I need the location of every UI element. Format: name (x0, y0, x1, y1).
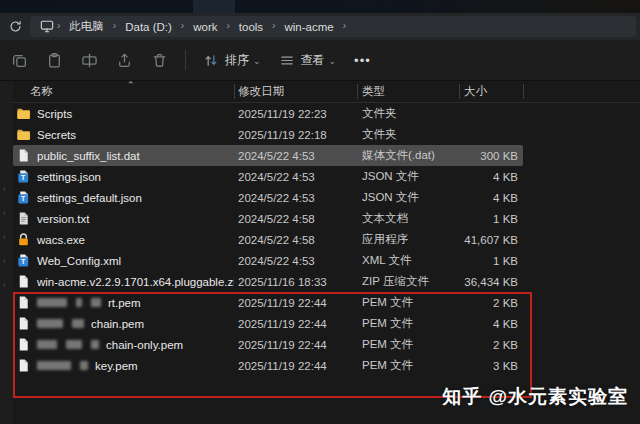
svg-text:T: T (21, 174, 26, 181)
paste-icon (46, 52, 63, 69)
redacted-text-block (80, 361, 88, 370)
file-date: 2024/5/22 4:58 (234, 213, 357, 225)
chevron-right-icon: › (269, 20, 278, 31)
breadcrumb-item[interactable]: Data (D:) (119, 21, 178, 33)
breadcrumb-item[interactable]: 此电脑 (63, 19, 110, 34)
file-date: 2025/11/19 22:18 (234, 129, 357, 141)
window-top-strip (0, 0, 640, 13)
chevron-right-icon: › (110, 20, 119, 31)
file-size: 1 KB (459, 255, 523, 267)
file-type: XML 文件 (357, 253, 459, 268)
redacted-text-block (91, 340, 99, 349)
file-date: 2025/11/19 22:44 (234, 339, 357, 351)
file-type: PEM 文件 (357, 295, 459, 310)
file-size: 2 KB (459, 297, 523, 309)
table-row[interactable]: Tsettings.json2024/5/22 4:53JSON 文件4 KB (13, 166, 523, 187)
file-name: settings.json (37, 171, 101, 183)
breadcrumb-item[interactable]: work (187, 21, 223, 33)
sort-arrows-icon (203, 53, 219, 68)
file-name-cell: Secrets (15, 127, 234, 142)
chevron-right-icon: › (340, 20, 349, 31)
table-row[interactable]: key.pem2025/11/19 22:44PEM 文件3 KB (13, 355, 523, 376)
table-row[interactable]: public_suffix_list.dat2024/5/22 4:53媒体文件… (13, 145, 523, 166)
table-row[interactable]: chain-only.pem2025/11/19 22:44PEM 文件2 KB (13, 334, 523, 355)
redacted-text-block (37, 340, 57, 349)
table-row[interactable]: Tsettings_default.json2024/5/22 4:53JSON… (13, 187, 523, 208)
sort-ascending-icon: ⌃ (127, 80, 135, 90)
sort-button[interactable]: 排序 ⌄ (194, 45, 270, 75)
file-type: PEM 文件 (357, 358, 459, 373)
file-type: 文件夹 (357, 106, 459, 121)
file-icon (16, 337, 31, 352)
file-name: wacs.exe (37, 234, 85, 246)
table-row[interactable]: win-acme.v2.2.9.1701.x64.pluggable.zip20… (13, 271, 523, 292)
more-button[interactable]: ••• (345, 45, 380, 75)
table-row[interactable]: TWeb_Config.xml2024/5/22 4:53XML 文件1 KB (13, 250, 523, 271)
file-icon: T (16, 169, 31, 184)
file-icon (16, 358, 31, 373)
file-size: 4 KB (459, 318, 523, 330)
file-type: PEM 文件 (357, 316, 459, 331)
folder-icon (16, 127, 31, 142)
column-divider[interactable] (523, 84, 524, 99)
breadcrumb-item[interactable]: win-acme (278, 21, 339, 33)
breadcrumb[interactable]: ›此电脑›Data (D:)›work›tools›win-acme› (30, 16, 636, 37)
column-header-date[interactable]: 修改日期 (234, 84, 357, 99)
file-name: key.pem (95, 360, 138, 372)
column-divider[interactable] (234, 84, 235, 99)
file-name-cell: TWeb_Config.xml (15, 253, 234, 268)
file-date: 2024/5/22 4:53 (234, 255, 357, 267)
table-row[interactable]: wacs.exe2024/5/22 4:58应用程序41,607 KB (13, 229, 523, 250)
view-label: 查看 (301, 52, 325, 69)
delete-button[interactable] (142, 45, 177, 75)
file-name: Secrets (37, 129, 76, 141)
column-header-type[interactable]: 类型 (357, 84, 459, 99)
view-button[interactable]: 查看 ⌄ (270, 45, 346, 75)
table-row[interactable]: rt.pem2025/11/19 22:44PEM 文件2 KB (13, 292, 523, 313)
column-header-size[interactable]: 大小 (459, 84, 523, 99)
file-date: 2025/11/19 22:44 (234, 318, 357, 330)
redacted-text-block (91, 298, 101, 307)
file-name-cell: Scripts (15, 106, 234, 121)
column-divider[interactable] (357, 84, 358, 99)
refresh-button[interactable] (0, 13, 30, 40)
window-tab-fragment (193, 0, 235, 13)
table-row[interactable]: Secrets2025/11/19 22:18文件夹 (13, 124, 523, 145)
file-size: 3 KB (459, 360, 523, 372)
file-date: 2024/5/22 4:53 (234, 171, 357, 183)
column-divider[interactable] (459, 84, 460, 99)
rename-button[interactable] (72, 45, 107, 75)
file-name: rt.pem (108, 297, 141, 309)
file-date: 2025/11/16 18:33 (234, 276, 357, 288)
svg-text:T: T (21, 195, 26, 202)
file-size: 4 KB (459, 171, 523, 183)
redacted-text-block (76, 298, 82, 307)
table-row[interactable]: version.txt2024/5/22 4:58文本文档1 KB (13, 208, 523, 229)
share-button[interactable] (107, 45, 142, 75)
paste-button[interactable] (37, 45, 72, 75)
copy-button[interactable] (2, 45, 37, 75)
file-name: chain-only.pem (106, 339, 183, 351)
file-type: JSON 文件 (357, 169, 459, 184)
chevron-right-icon: › (178, 20, 187, 31)
file-rows: Scripts2025/11/19 22:23文件夹Secrets2025/11… (13, 103, 640, 376)
column-headers: 名称 ⌃ 修改日期 类型 大小 (13, 81, 640, 103)
table-row[interactable]: chain.pem2025/11/19 22:44PEM 文件4 KB (13, 313, 523, 334)
breadcrumb-item[interactable]: tools (233, 21, 269, 33)
column-header-name[interactable]: 名称 ⌃ (15, 84, 234, 99)
toolbar-divider (185, 50, 186, 70)
file-icon (16, 211, 31, 226)
file-name: public_suffix_list.dat (37, 150, 140, 162)
file-icon (16, 148, 31, 163)
file-name-cell: rt.pem (15, 295, 234, 310)
table-row[interactable]: Scripts2025/11/19 22:23文件夹 (13, 103, 523, 124)
refresh-icon (9, 20, 22, 33)
file-size: 36,434 KB (459, 276, 523, 288)
svg-text:T: T (21, 258, 26, 265)
share-icon (116, 52, 133, 69)
chevron-right-icon: › (3, 281, 6, 290)
chevron-right-icon: › (3, 257, 6, 266)
watermark: 知乎 @水元素实验室 (442, 384, 628, 410)
copy-icon (11, 52, 28, 69)
chevron-right-icon: › (3, 209, 6, 218)
